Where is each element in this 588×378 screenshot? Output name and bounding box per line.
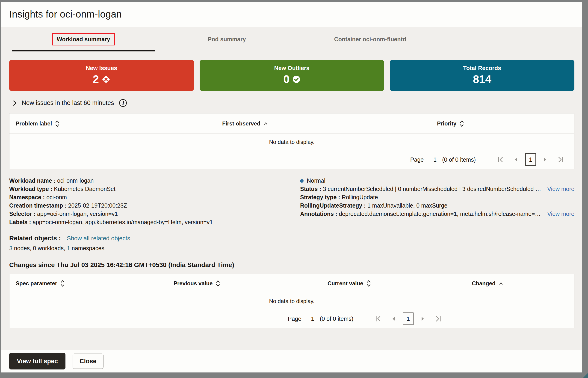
column-header-problem-label[interactable]: Problem label bbox=[10, 120, 216, 127]
card-value: 0 bbox=[283, 74, 289, 85]
close-button[interactable]: Close bbox=[73, 353, 104, 369]
nodes-count-link[interactable]: 3 bbox=[9, 245, 13, 251]
workload-details: Workload name : oci-onm-logan Workload t… bbox=[9, 176, 575, 226]
first-page-button[interactable] bbox=[498, 156, 504, 163]
field-label: Namespace : bbox=[9, 194, 45, 201]
page-number: 1 bbox=[433, 156, 437, 163]
sort-both-icon bbox=[216, 280, 220, 287]
sort-asc-icon bbox=[499, 282, 503, 285]
field-value: Kubernetes DaemonSet bbox=[54, 186, 116, 192]
empty-table-message: No data to display. bbox=[10, 293, 574, 310]
previous-page-button[interactable] bbox=[514, 157, 518, 162]
column-label: Current value bbox=[327, 280, 363, 287]
next-page-button[interactable] bbox=[420, 316, 425, 322]
kpi-cards: New Issues 2 New Outliers 0 bbox=[9, 60, 575, 91]
field-label: Selector : bbox=[9, 211, 36, 217]
status-view-more-link[interactable]: View more bbox=[547, 185, 575, 193]
card-value: 814 bbox=[473, 74, 491, 85]
annotations-view-more-link[interactable]: View more bbox=[547, 210, 575, 218]
related-objects-counts: 3 nodes, 0 workloads, 1 namespaces bbox=[9, 245, 575, 252]
card-label: Total Records bbox=[463, 65, 501, 71]
status-badge: Normal bbox=[307, 177, 326, 184]
sort-asc-icon bbox=[264, 122, 268, 125]
column-header-previous-value[interactable]: Previous value bbox=[167, 280, 321, 287]
field-value: RollingUpdate bbox=[342, 194, 378, 201]
annotations-field: Annotations : deprecated.daemonset.templ… bbox=[300, 210, 542, 218]
field-label: Workload type : bbox=[9, 186, 52, 192]
column-header-spec-parameter[interactable]: Spec parameter bbox=[10, 280, 167, 287]
column-header-first-observed[interactable]: First observed bbox=[216, 120, 431, 127]
column-header-current-value[interactable]: Current value bbox=[321, 280, 466, 287]
new-outliers-card: New Outliers 0 bbox=[200, 60, 384, 91]
issue-diamond-icon bbox=[102, 75, 110, 83]
status-field: Status : 3 currentNumberScheduled | 0 nu… bbox=[300, 185, 542, 193]
items-count: (0 of 0 items) bbox=[442, 156, 476, 163]
field-value: app=oci-onm-logan, app.kubernetes.io/man… bbox=[32, 219, 213, 225]
related-objects-section: Related objects : Show all related objec… bbox=[9, 235, 575, 252]
page-title: Insights for oci-onm-logan bbox=[9, 9, 122, 20]
chevron-right-icon bbox=[12, 100, 17, 106]
issues-table-pagination: Page 1 (0 of 0 items) 1 bbox=[10, 150, 574, 169]
column-header-changed[interactable]: Changed bbox=[466, 280, 574, 287]
tab-workload-summary[interactable]: Workload summary bbox=[12, 27, 155, 52]
check-circle-icon bbox=[292, 75, 300, 83]
column-label: Problem label bbox=[16, 120, 52, 127]
counts-text: namespaces bbox=[70, 245, 105, 251]
card-label: New Issues bbox=[86, 65, 117, 71]
view-full-spec-button[interactable]: View full spec bbox=[9, 353, 65, 369]
info-icon[interactable]: i bbox=[119, 99, 127, 107]
workload-details-right: Normal Status : 3 currentNumberScheduled… bbox=[300, 176, 575, 226]
resize-grip[interactable] bbox=[583, 373, 588, 378]
field-label: Labels : bbox=[9, 219, 31, 225]
total-records-card: Total Records 814 bbox=[390, 60, 575, 91]
card-value: 2 bbox=[93, 74, 99, 85]
counts-text: nodes, 0 workloads, bbox=[13, 245, 67, 251]
field-value: 2025-02-19T20:00:23Z bbox=[68, 202, 127, 209]
field-value: oci-onm bbox=[46, 194, 67, 201]
dialog-header: Insights for oci-onm-logan bbox=[1, 2, 582, 27]
tab-pod-summary[interactable]: Pod summary bbox=[155, 27, 299, 52]
current-page-box[interactable]: 1 bbox=[525, 153, 536, 166]
column-header-priority[interactable]: Priority bbox=[431, 120, 574, 127]
page-number: 1 bbox=[311, 315, 314, 322]
field-value: 1 maxUnavailable, 0 maxSurge bbox=[367, 202, 447, 209]
related-objects-label: Related objects : bbox=[9, 235, 61, 242]
changes-since-heading: Changes since Thu Jul 03 2025 16:42:16 G… bbox=[9, 261, 575, 269]
first-page-button[interactable] bbox=[375, 315, 381, 322]
last-page-button[interactable] bbox=[558, 156, 563, 163]
new-issues-toggle[interactable]: New issues in the last 60 minutes i bbox=[9, 99, 575, 107]
field-label: Annotations : bbox=[300, 211, 337, 217]
previous-page-button[interactable] bbox=[391, 316, 396, 322]
current-page-box[interactable]: 1 bbox=[403, 312, 414, 325]
items-count: (0 of 0 items) bbox=[320, 315, 353, 322]
column-label: Priority bbox=[437, 120, 456, 127]
field-label: Strategy type : bbox=[300, 194, 340, 201]
field-value: deprecated.daemonset.template.generation… bbox=[339, 211, 542, 217]
sort-both-icon bbox=[61, 280, 65, 287]
last-page-button[interactable] bbox=[435, 315, 441, 322]
sort-both-icon bbox=[55, 120, 59, 127]
page-label: Page bbox=[410, 156, 424, 163]
page-label: Page bbox=[288, 315, 301, 322]
column-label: Changed bbox=[472, 280, 496, 287]
tab-label: Pod summary bbox=[208, 36, 246, 43]
new-issues-card: New Issues 2 bbox=[9, 60, 194, 91]
tab-label: Workload summary bbox=[57, 36, 110, 42]
next-page-button[interactable] bbox=[543, 157, 548, 162]
field-value: oci-onm-logan bbox=[57, 177, 93, 184]
content-spacer bbox=[1, 328, 582, 350]
namespaces-count-link[interactable]: 1 bbox=[67, 245, 70, 251]
field-label: Creation timestamp : bbox=[9, 202, 67, 209]
tab-container-oci-onm-fluentd[interactable]: Container oci-onm-fluentd bbox=[299, 27, 442, 52]
dialog-footer: View full spec Close bbox=[1, 350, 582, 372]
column-label: First observed bbox=[222, 120, 260, 127]
changes-table: Spec parameter Previous value bbox=[9, 274, 575, 328]
divider bbox=[483, 151, 483, 168]
sort-both-icon bbox=[367, 280, 371, 287]
focus-ring: Workload summary bbox=[52, 33, 115, 45]
issues-table: Problem label First observed Priority bbox=[9, 113, 575, 169]
status-normal-dot bbox=[300, 179, 303, 183]
empty-table-message: No data to display. bbox=[10, 134, 574, 150]
show-all-related-objects-link[interactable]: Show all related objects bbox=[67, 235, 130, 242]
sort-both-icon bbox=[460, 120, 464, 127]
